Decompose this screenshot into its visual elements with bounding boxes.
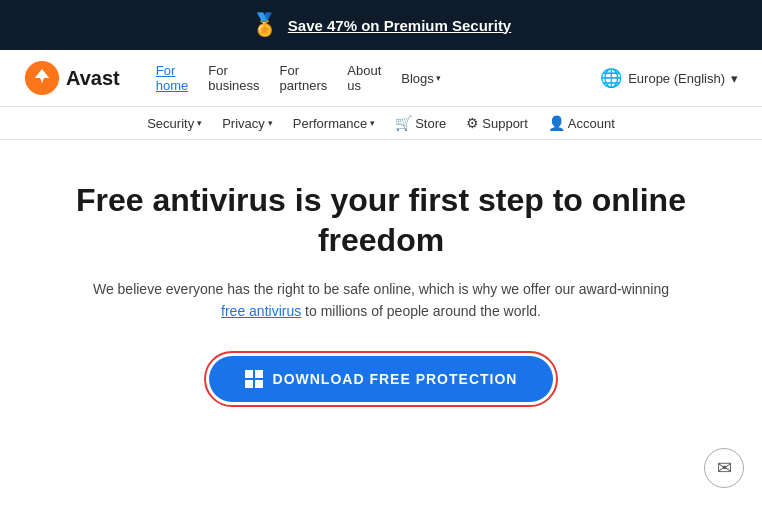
svg-rect-4	[255, 380, 263, 388]
security-label: Security	[147, 116, 194, 131]
account-icon: 👤	[548, 115, 565, 131]
discount-icon: 🏅	[251, 12, 278, 38]
download-button-wrapper: DOWNLOAD FREE PROTECTION	[60, 351, 702, 407]
download-button-outline: DOWNLOAD FREE PROTECTION	[204, 351, 559, 407]
privacy-label: Privacy	[222, 116, 265, 131]
svg-rect-2	[255, 370, 263, 378]
hero-desc-part1: We believe everyone has the right to be …	[93, 281, 669, 297]
avast-logo-icon	[24, 60, 60, 96]
nav-store[interactable]: 🛒 Store	[395, 115, 446, 131]
region-arrow: ▾	[731, 71, 738, 86]
support-label: Support	[482, 116, 528, 131]
hero-desc-part2: to millions of people around the world.	[301, 303, 541, 319]
globe-icon: 🌐	[600, 67, 622, 89]
store-icon: 🛒	[395, 115, 412, 131]
main-nav: Avast Forhome Forbusiness Forpartners Ab…	[0, 50, 762, 107]
account-label: Account	[568, 116, 615, 131]
nav-blogs[interactable]: Blogs ▾	[401, 63, 441, 93]
windows-icon	[245, 370, 263, 388]
svg-rect-1	[245, 370, 253, 378]
free-antivirus-link[interactable]: free antivirus	[221, 303, 301, 319]
secondary-nav: Security ▾ Privacy ▾ Performance ▾ 🛒 Sto…	[0, 107, 762, 140]
store-label: Store	[415, 116, 446, 131]
logo-text: Avast	[66, 67, 120, 90]
region-label: Europe (English)	[628, 71, 725, 86]
svg-rect-3	[245, 380, 253, 388]
download-button[interactable]: DOWNLOAD FREE PROTECTION	[209, 356, 554, 402]
logo-area: Avast	[24, 60, 120, 96]
nav-support[interactable]: ⚙ Support	[466, 115, 528, 131]
nav-region[interactable]: 🌐 Europe (English) ▾	[600, 67, 738, 89]
hero-heading: Free antivirus is your first step to onl…	[60, 180, 702, 260]
nav-for-business[interactable]: Forbusiness	[208, 63, 259, 93]
support-icon: ⚙	[466, 115, 479, 131]
performance-label: Performance	[293, 116, 367, 131]
hero-section: Free antivirus is your first step to onl…	[0, 140, 762, 457]
hero-description: We believe everyone has the right to be …	[81, 278, 681, 323]
nav-privacy[interactable]: Privacy ▾	[222, 116, 273, 131]
download-button-label: DOWNLOAD FREE PROTECTION	[273, 371, 518, 387]
privacy-arrow: ▾	[268, 118, 273, 128]
nav-account[interactable]: 👤 Account	[548, 115, 615, 131]
nav-about-us[interactable]: Aboutus	[347, 63, 381, 93]
nav-for-partners[interactable]: Forpartners	[280, 63, 328, 93]
nav-for-home[interactable]: Forhome	[156, 63, 189, 93]
performance-arrow: ▾	[370, 118, 375, 128]
nav-security[interactable]: Security ▾	[147, 116, 202, 131]
nav-links: Forhome Forbusiness Forpartners Aboutus …	[156, 63, 576, 93]
top-banner: 🏅 Save 47% on Premium Security	[0, 0, 762, 50]
security-arrow: ▾	[197, 118, 202, 128]
banner-link[interactable]: Save 47% on Premium Security	[288, 17, 511, 34]
nav-performance[interactable]: Performance ▾	[293, 116, 375, 131]
